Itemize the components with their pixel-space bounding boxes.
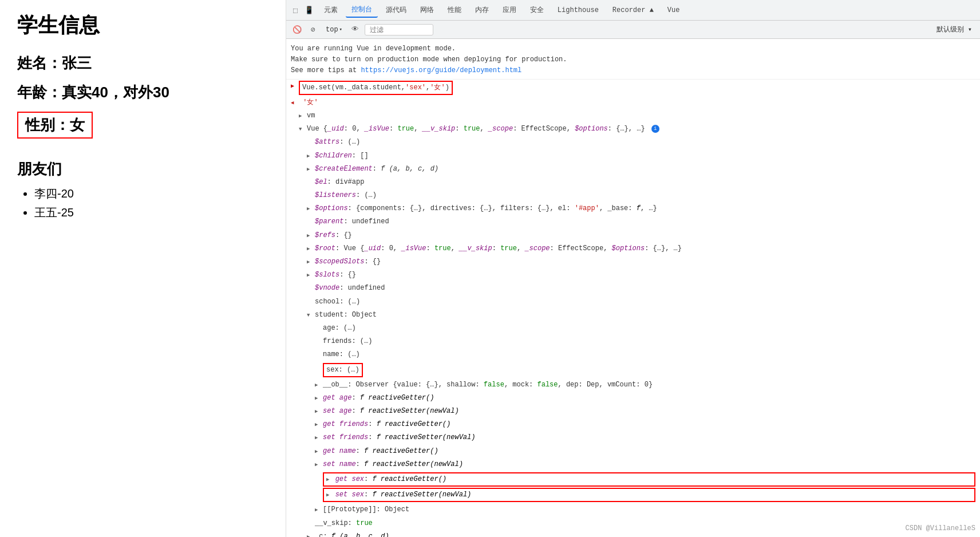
ob-line: __ob__: Observer {value: {…}, shallow: f… (310, 378, 980, 392)
get-sex-line: get sex: f reactiveGetter() set sex: f r… (310, 471, 980, 503)
createElement-line: $createElement: f (a, b, c, d) (302, 163, 980, 176)
ob-expand[interactable] (315, 381, 323, 390)
set-name-line: set name: f reactiveSetter(newVal) (310, 458, 980, 471)
info-badge: i (651, 125, 659, 133)
vnode-line: $vnode: undefined (302, 282, 980, 295)
age-field: 年龄：真实40，对外30 (17, 82, 268, 102)
friends-prop-line: friends: (…) (310, 335, 980, 348)
sex-box: sex: (…) (323, 363, 363, 377)
eye-button[interactable]: 👁 (349, 23, 361, 36)
return-arrow (291, 98, 299, 108)
scopedSlots-expand[interactable] (307, 258, 315, 267)
console-content: You are running Vue in development mode.… (286, 39, 980, 537)
c-expand[interactable] (307, 532, 315, 537)
tab-performance[interactable]: 性能 (442, 3, 467, 17)
refs-expand[interactable] (307, 231, 315, 240)
scopedSlots-line: $scopedSlots: {} (302, 255, 980, 268)
vm-line: vm (294, 109, 980, 123)
sex-field-box: 性别：女 (17, 112, 93, 139)
tab-memory[interactable]: 内存 (469, 3, 495, 17)
slots-expand[interactable] (307, 271, 315, 280)
mobile-icon[interactable]: 📱 (302, 5, 316, 16)
page-title: 学生信息 (17, 11, 268, 40)
root-expand[interactable] (307, 244, 315, 254)
age-prop-line: age: (…) (310, 322, 980, 335)
name-prop-line: name: (…) (310, 348, 980, 361)
list-item: 王五-25 (34, 205, 268, 220)
slots-line: $slots: {} (302, 268, 980, 282)
friends-section-title: 朋友们 (17, 159, 268, 179)
get-name-line: get name: f reactiveGetter() (310, 445, 980, 458)
get-friends-line: get friends: f reactiveGetter() (310, 418, 980, 431)
listeners-line: $listeners: (…) (302, 189, 980, 202)
c-line: _c: f (a, b, c, d) (302, 530, 980, 537)
get-sex-expand[interactable] (326, 476, 331, 483)
school-line: school: (…) (302, 295, 980, 309)
watermark: CSDN @VillanelleS (906, 524, 975, 532)
block-icon[interactable]: ⊘ (307, 23, 319, 36)
vue-set-command: ▶ Vue.set(vm._data.student,'sex','女') (286, 80, 980, 96)
tab-console[interactable]: 控制台 (346, 2, 378, 18)
deployment-link[interactable]: https://vuejs.org/guide/deployment.html (361, 66, 521, 74)
options-expand[interactable] (307, 204, 315, 214)
list-item: 李四-20 (34, 186, 268, 202)
level-selector[interactable]: top ▾ (323, 25, 345, 35)
devtools-panel: ⬚ 📱 元素 控制台 源代码 网络 性能 内存 应用 安全 Lighthouse… (286, 0, 980, 537)
student-line: student: Object (302, 309, 980, 322)
set-sex-expand[interactable] (326, 492, 331, 498)
default-level-button[interactable]: 默认级别 ▾ (933, 23, 975, 35)
clear-console-button[interactable]: 🚫 (291, 23, 303, 36)
set-friends-line: set friends: f reactiveSetter(newVal) (310, 431, 980, 444)
prototype-expand[interactable] (315, 506, 323, 515)
friends-list: 李四-20 王五-25 (17, 186, 268, 220)
expand-arrow[interactable]: ▶ (291, 82, 299, 91)
tab-application[interactable]: 应用 (497, 3, 522, 17)
tab-vue[interactable]: Vue (662, 4, 686, 17)
tab-sources[interactable]: 源代码 (380, 3, 412, 17)
student-collapse[interactable] (307, 311, 315, 320)
parent-line: $parent: undefined (302, 215, 980, 228)
tab-recorder[interactable]: Recorder ▲ (607, 4, 659, 17)
sex-prop-line: sex: (…) (310, 362, 980, 378)
devtools-tab-bar: ⬚ 📱 元素 控制台 源代码 网络 性能 内存 应用 安全 Lighthouse… (286, 0, 980, 21)
vskip-line: __v_skip: true (302, 517, 980, 530)
tab-network[interactable]: 网络 (414, 3, 440, 17)
vue-set-box: Vue.set(vm._data.student,'sex','女') (299, 81, 453, 95)
get-age-expand[interactable] (315, 394, 323, 403)
set-friends-expand[interactable] (315, 433, 323, 443)
attrs-line: $attrs: (…) (302, 136, 980, 149)
tab-security[interactable]: 安全 (524, 3, 550, 17)
get-age-line: get age: f reactiveGetter() (310, 392, 980, 405)
tab-lighthouse[interactable]: Lighthouse (552, 4, 604, 17)
set-sex-box: set sex: f reactiveSetter(newVal) (323, 488, 975, 502)
refs-line: $refs: {} (302, 229, 980, 242)
set-age-expand[interactable] (315, 407, 323, 416)
level-label: top (326, 26, 338, 34)
sex-field: 性别：女 (25, 115, 85, 135)
tab-elements[interactable]: 元素 (318, 3, 343, 17)
get-name-expand[interactable] (315, 447, 323, 456)
devtools-second-bar: 🚫 ⊘ top ▾ 👁 默认级别 ▾ (286, 21, 980, 39)
get-friends-expand[interactable] (315, 420, 323, 429)
vue-collapse[interactable] (299, 125, 307, 134)
vm-expand[interactable] (299, 112, 307, 121)
name-field: 姓名：张三 (17, 53, 268, 73)
vue-object-line: Vue {_uid: 0, _isVue: true, __v_skip: tr… (294, 123, 980, 136)
return-value: '女' (286, 96, 980, 109)
set-age-line: set age: f reactiveSetter(newVal) (310, 405, 980, 418)
get-set-sex-box: get sex: f reactiveGetter() (323, 472, 975, 487)
set-name-expand[interactable] (315, 460, 323, 469)
filter-input[interactable] (365, 24, 433, 35)
root-line: $root: Vue {_uid: 0, _isVue: true, __v_s… (302, 242, 980, 255)
cursor-icon[interactable]: ⬚ (291, 5, 300, 16)
children-expand[interactable] (307, 152, 315, 161)
vue-info-message: You are running Vue in development mode.… (286, 41, 980, 80)
createElement-expand[interactable] (307, 165, 315, 174)
el-line: $el: div#app (302, 176, 980, 189)
options-line: $options: {components: {…}, directives: … (302, 202, 980, 215)
chevron-down-icon: ▾ (339, 26, 342, 33)
prototype-line: [[Prototype]]: Object (310, 503, 980, 516)
children-line: $children: [] (302, 149, 980, 163)
left-panel: 学生信息 姓名：张三 年龄：真实40，对外30 性别：女 朋友们 李四-20 王… (0, 0, 286, 537)
